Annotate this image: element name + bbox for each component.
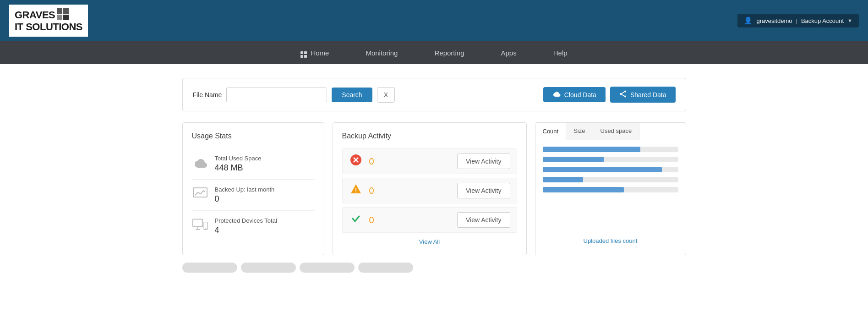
bar-fill-2 <box>543 157 604 162</box>
bar-row-4 <box>543 177 678 182</box>
svg-rect-10 <box>193 188 207 197</box>
user-name: gravesitdemo <box>756 17 792 24</box>
activity-count-success: 0 <box>369 215 451 225</box>
user-icon: 👤 <box>744 16 753 25</box>
activity-row-success: 0 View Activity <box>342 207 517 233</box>
user-label: Backup Account <box>801 17 844 24</box>
cloud-data-button[interactable]: Cloud Data <box>543 87 606 102</box>
bottom-hint-row <box>182 263 686 273</box>
bar-fill-4 <box>543 177 584 182</box>
svg-rect-3 <box>63 15 69 20</box>
stat-label-protected: Protected Devices Total <box>215 217 277 224</box>
view-activity-error-button[interactable]: View Activity <box>457 154 510 169</box>
svg-rect-0 <box>57 8 62 14</box>
stats-content: Uploaded files count <box>535 140 686 255</box>
logo-text-line1: GRAVES <box>15 9 55 21</box>
shared-data-label: Shared Data <box>630 91 666 99</box>
nav-label-apps: Apps <box>501 49 517 57</box>
user-badge[interactable]: 👤 gravesitdemo | Backup Account ▼ <box>737 14 859 27</box>
bar-row-1 <box>543 147 678 152</box>
chart-icon <box>192 187 208 200</box>
stat-value-used-space: 448 MB <box>215 163 262 173</box>
cloud-icon <box>552 91 561 99</box>
monitor-icon <box>192 218 208 231</box>
hint-pill-4 <box>358 263 413 273</box>
hint-pill-3 <box>300 263 355 273</box>
grid-icon <box>300 48 307 58</box>
nav-item-monitoring[interactable]: Monitoring <box>347 41 416 64</box>
nav-item-home[interactable]: Home <box>282 41 347 64</box>
activity-row-warning: ! 0 View Activity <box>342 178 517 203</box>
bar-fill-1 <box>543 147 640 152</box>
backup-activity-panel: Backup Activity 0 View Activity ! <box>333 122 527 255</box>
hint-pill-2 <box>241 263 296 273</box>
bar-fill-3 <box>543 167 662 172</box>
tab-used-space[interactable]: Used space <box>593 123 640 140</box>
panels-row: Usage Stats Total Used Space 448 MB <box>182 122 686 255</box>
backup-activity-title: Backup Activity <box>342 132 517 140</box>
svg-text:!: ! <box>355 186 357 194</box>
usage-stats-panel: Usage Stats Total Used Space 448 MB <box>182 122 324 255</box>
shared-data-button[interactable]: Shared Data <box>610 87 676 103</box>
logo: GRAVES IT SOLUTIONS <box>9 5 88 36</box>
warning-icon: ! <box>349 183 363 198</box>
search-row: File Name Search X Cloud Data <box>182 78 686 111</box>
nav-label-reporting: Reporting <box>434 49 464 57</box>
activity-row-error: 0 View Activity <box>342 148 517 174</box>
uploaded-files-count-link[interactable]: Uploaded files count <box>584 237 638 244</box>
bar-container <box>543 147 678 228</box>
stat-info-protected: Protected Devices Total 4 <box>215 217 277 235</box>
search-input[interactable] <box>226 88 327 102</box>
stat-info-backed-up: Backed Up: last month 0 <box>215 186 275 204</box>
stat-row-used-space: Total Used Space 448 MB <box>192 148 315 180</box>
stat-value-backed-up: 0 <box>215 194 275 204</box>
logo-text-line2: IT SOLUTIONS <box>15 21 82 33</box>
stat-label-backed-up: Backed Up: last month <box>215 186 275 193</box>
cloud-upload-icon <box>192 156 208 170</box>
stat-row-backed-up: Backed Up: last month 0 <box>192 180 315 211</box>
bar-row-3 <box>543 167 678 172</box>
bar-fill-5 <box>543 187 624 192</box>
svg-rect-1 <box>63 8 69 14</box>
stat-value-protected: 4 <box>215 225 277 235</box>
nav-item-help[interactable]: Help <box>535 41 586 64</box>
svg-rect-2 <box>57 15 62 20</box>
file-name-label: File Name <box>193 91 222 99</box>
stat-label-used-space: Total Used Space <box>215 155 262 162</box>
search-button[interactable]: Search <box>332 88 372 102</box>
nav-item-apps[interactable]: Apps <box>483 41 535 64</box>
view-all-link[interactable]: View All <box>419 238 440 245</box>
view-all-container: View All <box>342 237 517 246</box>
uploaded-link-container: Uploaded files count <box>543 233 678 248</box>
tab-size[interactable]: Size <box>566 123 593 140</box>
chevron-down-icon: ▼ <box>847 18 852 23</box>
nav-item-reporting[interactable]: Reporting <box>416 41 482 64</box>
user-sep: | <box>796 17 797 24</box>
bar-row-2 <box>543 157 678 162</box>
success-icon <box>349 213 363 227</box>
stat-info-used-space: Total Used Space 448 MB <box>215 155 262 173</box>
nav-bar: Home Monitoring Reporting Apps Help <box>0 41 868 64</box>
cloud-data-label: Cloud Data <box>564 91 596 99</box>
stat-row-protected: Protected Devices Total 4 <box>192 211 315 241</box>
error-icon <box>349 154 363 169</box>
stats-tabs-panel: Count Size Used space <box>535 122 686 255</box>
hint-pill-1 <box>182 263 237 273</box>
tabs-row: Count Size Used space <box>535 123 686 140</box>
top-bar: GRAVES IT SOLUTIONS 👤 gravesitdemo | Bac… <box>0 0 868 41</box>
svg-line-7 <box>621 92 625 94</box>
nav-label-help: Help <box>553 49 568 57</box>
svg-rect-11 <box>192 219 202 226</box>
tab-count[interactable]: Count <box>535 123 567 140</box>
activity-count-error: 0 <box>369 156 451 167</box>
logo-grid-icon <box>57 8 70 21</box>
clear-button[interactable]: X <box>377 87 395 103</box>
svg-line-8 <box>621 94 625 97</box>
usage-stats-title: Usage Stats <box>192 132 315 140</box>
activity-count-warning: 0 <box>369 186 451 196</box>
nav-label-monitoring: Monitoring <box>366 49 398 57</box>
view-activity-warning-button[interactable]: View Activity <box>457 183 510 198</box>
bar-row-5 <box>543 187 678 192</box>
main-content: File Name Search X Cloud Data <box>0 64 868 329</box>
view-activity-success-button[interactable]: View Activity <box>457 212 510 228</box>
